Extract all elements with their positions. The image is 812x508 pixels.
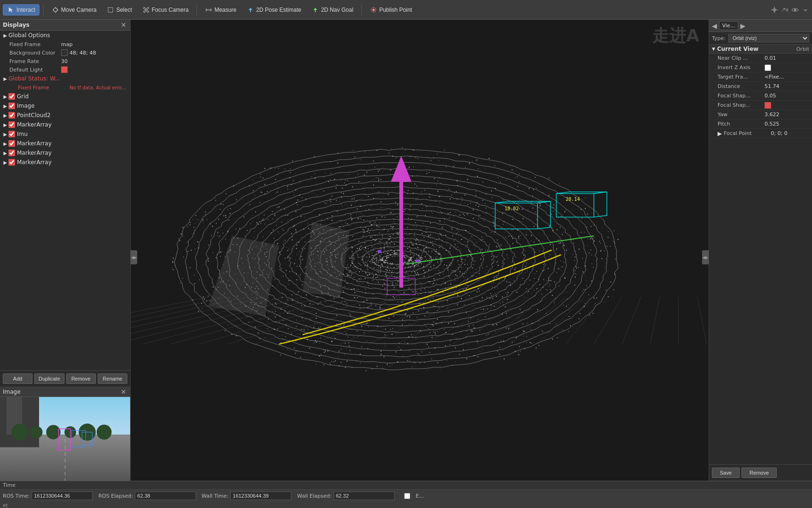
yaw-label: Yaw xyxy=(718,111,765,118)
markerarray3-checkbox[interactable] xyxy=(8,150,15,156)
pointcloud2-checkbox[interactable] xyxy=(8,112,15,119)
image-panel-close-button[interactable]: ✕ xyxy=(120,389,127,395)
add-button[interactable]: Add xyxy=(3,373,32,384)
publish-point-label: Publish Point xyxy=(379,7,412,13)
invert-z-row[interactable]: Invert Z Axis xyxy=(709,63,812,72)
measure-button[interactable]: Measure xyxy=(201,4,241,16)
imu-checkbox[interactable] xyxy=(8,131,15,137)
focal-shape-size-row[interactable]: Focal Shap... 0.05 xyxy=(709,91,812,101)
displays-list[interactable]: ▶ Global Options Fixed Frame map Backgro… xyxy=(0,31,130,370)
yaw-row[interactable]: Yaw 3.622 xyxy=(709,110,812,119)
image-checkbox[interactable] xyxy=(8,103,15,109)
type-label: Type: xyxy=(712,35,726,41)
markerarray2-item[interactable]: ▶ MarkerArray xyxy=(0,139,130,148)
save-view-button[interactable]: Save xyxy=(712,468,740,478)
move-camera-label: Move Camera xyxy=(61,7,96,13)
views-tab[interactable]: Vie... xyxy=(719,21,739,30)
markerarray4-expand[interactable]: ▶ xyxy=(2,160,8,165)
type-select[interactable]: Orbit (rviz) xyxy=(728,34,809,42)
global-options-item[interactable]: ▶ Global Options xyxy=(0,31,130,40)
right-drag-handle[interactable]: ◀▶ xyxy=(702,250,709,264)
pointcloud2-item[interactable]: ▶ PointCloud2 xyxy=(0,111,130,120)
move-camera-button[interactable]: Move Camera xyxy=(47,4,101,16)
ros-time-input[interactable] xyxy=(31,492,93,500)
ros-elapsed-input[interactable] xyxy=(135,492,196,500)
default-light-checkbox[interactable] xyxy=(61,66,68,73)
markerarray4-checkbox[interactable] xyxy=(8,159,15,166)
image-item[interactable]: ▶ Image xyxy=(0,101,130,111)
2d-pose-button[interactable]: 2D Pose Estimate xyxy=(242,4,305,16)
camera-canvas xyxy=(0,397,130,481)
grid-checkbox[interactable] xyxy=(8,93,15,100)
type-row: Type: Orbit (rviz) xyxy=(709,32,812,45)
remove-button[interactable]: Remove xyxy=(66,373,96,384)
markerarray3-expand[interactable]: ▶ xyxy=(2,151,8,156)
global-options-expand[interactable]: ▶ xyxy=(2,33,8,38)
main-content: Displays ✕ ▶ Global Options Fixed Frame … xyxy=(0,20,812,481)
publish-point-button[interactable]: Publish Point xyxy=(366,4,416,16)
global-status-item[interactable]: ▶ Global Status: W... xyxy=(0,74,130,83)
fixed-frame-row[interactable]: Fixed Frame map xyxy=(0,40,130,48)
invert-z-checkbox[interactable] xyxy=(765,64,771,71)
image-content[interactable] xyxy=(0,397,130,481)
displays-close-button[interactable]: ✕ xyxy=(120,22,127,28)
imu-expand[interactable]: ▶ xyxy=(2,132,8,137)
pitch-row[interactable]: Pitch 0.525 xyxy=(709,119,812,129)
near-clip-row[interactable]: Near Clip ... 0.01 xyxy=(709,54,812,63)
wall-elapsed-input[interactable] xyxy=(334,492,395,500)
imu-label: Imu xyxy=(17,131,128,137)
measure-label: Measure xyxy=(214,7,236,13)
svg-point-0 xyxy=(54,8,57,12)
status-bar: Time ROS Time: ROS Elapsed: Wall Time: W… xyxy=(0,481,812,508)
distance-row[interactable]: Distance 51.74 xyxy=(709,82,812,91)
image-expand[interactable]: ▶ xyxy=(2,103,8,109)
fixed-frame-status-row[interactable]: Fixed Frame No tf data. Actual erro... xyxy=(0,83,130,92)
focal-shape-size-value: 0.05 xyxy=(765,93,776,99)
rename-button[interactable]: Rename xyxy=(98,373,127,384)
2d-nav-button[interactable]: 2D Nav Goal xyxy=(307,4,358,16)
frame-rate-row[interactable]: Frame Rate 30 xyxy=(0,57,130,65)
default-light-row[interactable]: Default Light xyxy=(0,65,130,74)
markerarray4-item[interactable]: ▶ MarkerArray xyxy=(0,158,130,167)
duplicate-button[interactable]: Duplicate xyxy=(34,373,64,384)
focal-point-row[interactable]: ▶ Focal Point 0; 0; 0 xyxy=(709,129,812,138)
focal-point-label: Focal Point xyxy=(724,130,771,136)
focal-shape-checkbox[interactable] xyxy=(765,102,771,109)
markerarray2-checkbox[interactable] xyxy=(8,140,15,147)
image-panel-header: Image ✕ xyxy=(0,387,130,397)
grid-expand[interactable]: ▶ xyxy=(2,94,8,99)
dropdown-icon[interactable] xyxy=(802,6,809,14)
views-tab-prev[interactable]: ◀ xyxy=(712,22,717,30)
frame-rate-value: 30 xyxy=(61,58,68,64)
select-button[interactable]: Select xyxy=(102,4,136,16)
markerarray1-checkbox[interactable] xyxy=(8,121,15,128)
views-tab-next[interactable]: ▶ xyxy=(740,22,745,30)
focal-shape-offset-row[interactable]: Focal Shap... xyxy=(709,101,812,110)
toolbar: Interact Move Camera Select Focus Camera… xyxy=(0,0,812,20)
pose-icon xyxy=(247,6,254,14)
current-view-expand[interactable]: ▼ xyxy=(712,47,715,51)
lidar-canvas xyxy=(131,20,709,481)
time-enable-checkbox[interactable] xyxy=(404,493,410,499)
pointcloud2-expand[interactable]: ▶ xyxy=(2,113,8,118)
markerarray3-item[interactable]: ▶ MarkerArray xyxy=(0,148,130,158)
target-frame-row[interactable]: Target Fra... <Fixe... xyxy=(709,72,812,82)
interact-button[interactable]: Interact xyxy=(3,4,39,16)
imu-item[interactable]: ▶ Imu xyxy=(0,129,130,139)
remove-view-button[interactable]: Remove xyxy=(742,468,777,478)
displays-footer: Add Duplicate Remove Rename xyxy=(0,370,130,387)
wall-time-input[interactable] xyxy=(230,492,291,500)
select-label: Select xyxy=(116,7,132,13)
markerarray1-item[interactable]: ▶ MarkerArray xyxy=(0,120,130,129)
focal-point-expand[interactable]: ▶ xyxy=(718,130,722,137)
current-view-section[interactable]: ▼ Current View Orbit xyxy=(709,45,812,54)
focus-camera-button[interactable]: Focus Camera xyxy=(138,4,193,16)
left-drag-handle[interactable]: ◀▶ xyxy=(131,250,137,264)
grid-item[interactable]: ▶ Grid xyxy=(0,92,130,101)
markerarray2-expand[interactable]: ▶ xyxy=(2,141,8,146)
viewport[interactable]: 走进A ◀▶ ◀▶ xyxy=(131,20,709,481)
markerarray1-expand[interactable]: ▶ xyxy=(2,122,8,127)
bg-color-row[interactable]: Background Color 48; 48; 48 xyxy=(0,48,130,57)
global-status-expand[interactable]: ▶ xyxy=(2,76,8,81)
axis-icon xyxy=(781,6,789,14)
